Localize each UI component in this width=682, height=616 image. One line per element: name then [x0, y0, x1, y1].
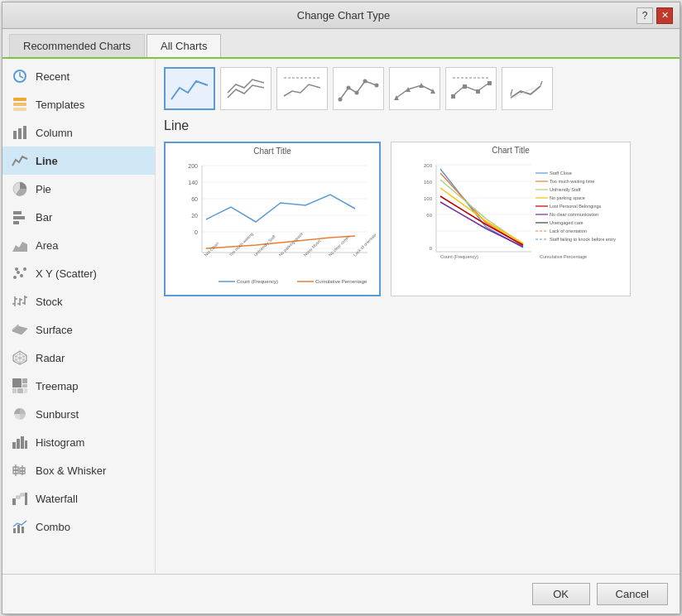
main-panel: Line Chart Title — [156, 59, 680, 574]
svg-text:Unengaged care: Unengaged care — [550, 220, 584, 225]
sidebar-item-surface[interactable]: Surface — [2, 315, 155, 344]
sunburst-icon — [11, 405, 29, 423]
svg-rect-41 — [21, 436, 24, 449]
svg-rect-32 — [12, 378, 22, 387]
svg-rect-33 — [22, 378, 27, 383]
sidebar-item-waterfall[interactable]: Waterfall — [2, 484, 155, 513]
dialog-title: Change Chart Type — [50, 9, 636, 22]
svg-text:100: 100 — [424, 196, 433, 201]
svg-text:60: 60 — [426, 213, 432, 218]
svg-point-12 — [17, 271, 20, 274]
sidebar-item-histogram[interactable]: Histogram — [2, 428, 155, 456]
sidebar-item-boxwhisker[interactable]: Box & Whisker — [2, 456, 155, 484]
svg-text:0: 0 — [195, 229, 198, 235]
svg-marker-10 — [12, 242, 27, 252]
area-icon — [11, 236, 29, 254]
svg-text:Staff failing to knock before : Staff failing to knock before entry — [550, 237, 616, 242]
cancel-button[interactable]: Cancel — [597, 583, 668, 605]
svg-rect-4 — [18, 128, 22, 139]
svg-text:Count (Frequency): Count (Frequency) — [237, 279, 278, 284]
svg-rect-53 — [13, 528, 16, 533]
chart-type-stacked-line-markers[interactable] — [389, 67, 440, 110]
svg-rect-5 — [23, 126, 26, 139]
svg-rect-50 — [17, 496, 20, 498]
sidebar-item-combo[interactable]: Combo — [2, 513, 155, 541]
svg-rect-55 — [22, 527, 24, 533]
chart-preview-1[interactable]: Chart Title 0 20 60 — [164, 142, 381, 296]
pie-icon — [11, 180, 29, 198]
svg-rect-42 — [25, 440, 27, 449]
svg-rect-7 — [13, 211, 22, 214]
svg-rect-2 — [13, 108, 26, 111]
svg-text:Staff Close: Staff Close — [550, 171, 572, 176]
svg-rect-39 — [12, 442, 16, 449]
svg-text:No parking space: No parking space — [550, 195, 585, 200]
svg-text:Count (Frequency): Count (Frequency) — [440, 254, 478, 259]
histogram-label: Histogram — [36, 436, 84, 449]
sidebar-item-stock[interactable]: Stock — [2, 287, 155, 315]
svg-point-59 — [355, 91, 359, 95]
sunburst-label: Sunburst — [36, 408, 79, 421]
histogram-icon — [11, 433, 29, 451]
ok-button[interactable]: OK — [532, 583, 590, 605]
sidebar-item-sunburst[interactable]: Sunburst — [2, 400, 155, 428]
bar-label: Bar — [36, 211, 52, 224]
svg-point-13 — [20, 274, 23, 277]
surface-label: Surface — [36, 324, 73, 336]
svg-text:60: 60 — [191, 196, 198, 202]
svg-point-14 — [23, 267, 26, 271]
sidebar-item-radar[interactable]: Radar — [2, 344, 155, 372]
recent-icon — [11, 67, 29, 85]
chart-type-stacked-line[interactable] — [220, 67, 271, 110]
content-area: Recent Templates Column Line — [2, 59, 680, 574]
radar-icon — [11, 349, 29, 367]
svg-text:Lost Personal Belongings: Lost Personal Belongings — [550, 204, 602, 209]
sidebar-item-scatter[interactable]: X Y (Scatter) — [2, 259, 155, 287]
sidebar-item-area[interactable]: Area — [2, 231, 155, 259]
line-label: Line — [36, 155, 58, 167]
svg-point-61 — [375, 84, 379, 88]
boxwhisker-icon — [11, 461, 29, 479]
footer: OK Cancel — [2, 574, 680, 614]
svg-rect-70 — [487, 81, 492, 85]
svg-text:140: 140 — [188, 180, 198, 185]
chart-type-100-stacked-markers[interactable] — [445, 67, 497, 110]
svg-rect-52 — [25, 493, 27, 505]
sidebar-item-pie[interactable]: Pie — [2, 175, 155, 203]
svg-rect-0 — [13, 98, 26, 101]
chart-type-3d-line[interactable] — [502, 67, 553, 110]
sidebar-item-recent[interactable]: Recent — [2, 62, 155, 90]
svg-text:20: 20 — [191, 213, 198, 219]
sidebar-item-line[interactable]: Line — [2, 147, 155, 175]
chart-type-100-stacked-line[interactable] — [276, 67, 328, 110]
svg-point-60 — [363, 79, 367, 84]
svg-rect-3 — [13, 131, 17, 139]
svg-rect-8 — [13, 216, 25, 219]
chart-type-icons — [164, 67, 671, 110]
treemap-label: Treemap — [36, 380, 79, 392]
close-button[interactable]: ✕ — [656, 7, 673, 24]
svg-rect-36 — [17, 388, 23, 393]
svg-point-15 — [15, 267, 18, 271]
svg-text:Too much waiting: Too much waiting — [228, 231, 254, 257]
help-button[interactable]: ? — [636, 7, 653, 24]
svg-text:160: 160 — [424, 180, 433, 185]
chart-preview-2[interactable]: Chart Title 0 60 100 — [391, 142, 631, 296]
svg-point-58 — [347, 86, 351, 90]
sidebar-item-treemap[interactable]: Treemap — [2, 372, 155, 400]
chart-type-line-markers[interactable] — [333, 67, 384, 110]
tab-recommended[interactable]: Recommended Charts — [9, 34, 145, 57]
sidebar-item-templates[interactable]: Templates — [2, 90, 155, 118]
column-label: Column — [36, 127, 73, 139]
chart-type-line[interactable] — [164, 67, 215, 110]
chart-preview-1-inner: Chart Title 0 20 60 — [169, 147, 376, 291]
svg-rect-1 — [13, 103, 26, 106]
tab-all-charts[interactable]: All Charts — [146, 34, 221, 57]
area-label: Area — [36, 239, 58, 252]
sidebar-item-bar[interactable]: Bar — [2, 203, 155, 231]
svg-rect-34 — [22, 384, 27, 387]
svg-point-57 — [339, 98, 343, 102]
sidebar-item-column[interactable]: Column — [2, 118, 155, 147]
svg-text:200: 200 — [188, 163, 198, 169]
line-icon — [11, 152, 29, 170]
